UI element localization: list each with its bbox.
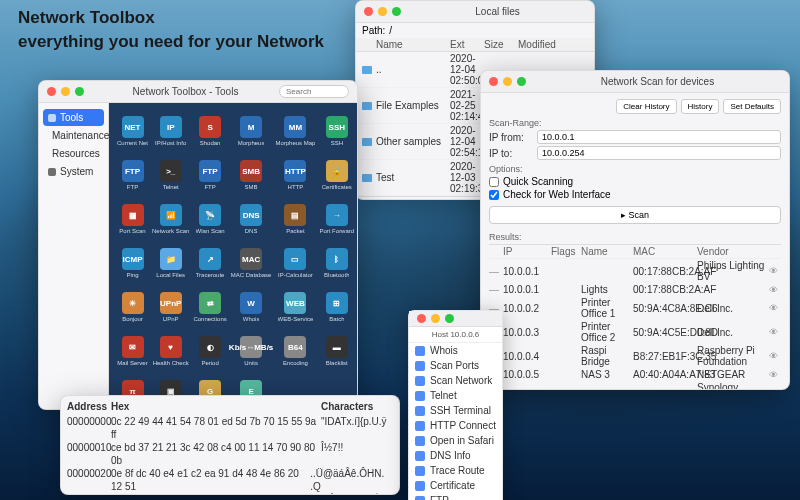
- sidebar-item-resources[interactable]: Resources: [43, 145, 104, 162]
- sidebar-icon: [48, 114, 56, 122]
- vendor-cell: Synology Incorporated: [697, 382, 769, 389]
- menu-item-ftp[interactable]: FTP: [409, 493, 502, 500]
- menu-item-whois[interactable]: Whois: [409, 343, 502, 358]
- quick-scan-checkbox[interactable]: [489, 177, 499, 187]
- minimize-icon[interactable]: [378, 7, 387, 16]
- tool-certificates[interactable]: 🔒Certificates: [319, 155, 354, 195]
- zoom-icon[interactable]: [445, 314, 454, 323]
- tool-mail-server[interactable]: ✉Mail Server: [117, 331, 148, 371]
- scan-result-row[interactable]: —10.0.0.100:17:88CB:2A:AFPhilips Lightin…: [489, 259, 781, 283]
- tool-traceroute[interactable]: ↗Traceroute: [193, 243, 226, 283]
- tool-ip-host-info[interactable]: IPIP/Host Info: [152, 111, 189, 151]
- tool-whois[interactable]: WWhois: [231, 287, 272, 327]
- menu-item-telnet[interactable]: Telnet: [409, 388, 502, 403]
- tool-period[interactable]: ◐Period: [193, 331, 226, 371]
- minimize-icon[interactable]: [431, 314, 440, 323]
- tool-current-net[interactable]: NETCurrent Net: [117, 111, 148, 151]
- tool-health-check[interactable]: ♥Health Check: [152, 331, 189, 371]
- scan-result-row[interactable]: —10.0.0.4Raspi BridgeB8:27:EB1F:3C:35Ras…: [489, 344, 781, 368]
- tool-http[interactable]: HTTPHTTP: [275, 155, 315, 195]
- tool-ping[interactable]: ICMPPing: [117, 243, 148, 283]
- tool-network-scan[interactable]: 📶Network Scan: [152, 199, 189, 239]
- scan-button[interactable]: ▸ Scan: [489, 206, 781, 224]
- tool-mac-database[interactable]: MACMAC Database: [231, 243, 272, 283]
- tool-units[interactable]: Kb/s↔MB/sUnits: [231, 331, 272, 371]
- hex-bytes: ce bd 37 21 21 3c 42 08 c4 00 11 14 70 9…: [111, 441, 321, 467]
- tool-ftp[interactable]: FTPFTP: [193, 155, 226, 195]
- zoom-icon[interactable]: [392, 7, 401, 16]
- row-toggle[interactable]: —: [489, 284, 503, 295]
- scan-result-row[interactable]: —10.0.0.6HSWNAS 100:11:32EA:81:09Synolog…: [489, 381, 781, 389]
- tool-label: FTP: [127, 184, 138, 190]
- close-icon[interactable]: [489, 77, 498, 86]
- minimize-icon[interactable]: [61, 87, 70, 96]
- tool-bluetooth[interactable]: ᛒBluetooth: [319, 243, 354, 283]
- tool-ip-calculator[interactable]: ▭IP-Calculator: [275, 243, 315, 283]
- ip-from-input[interactable]: [537, 130, 781, 144]
- close-icon[interactable]: [417, 314, 426, 323]
- zoom-icon[interactable]: [517, 77, 526, 86]
- tool-encoding[interactable]: B64Encoding: [275, 331, 315, 371]
- sidebar-item-maintenance[interactable]: Maintenance: [43, 127, 104, 144]
- tool-shodan[interactable]: SShodan: [193, 111, 226, 151]
- scan-result-row[interactable]: —10.0.0.1Lights00:17:88CB:2A:AF👁: [489, 283, 781, 296]
- tool-label: Traceroute: [196, 272, 225, 278]
- set-defaults-button[interactable]: Set Defaults: [723, 99, 781, 114]
- tool-morpheus-map[interactable]: MMMorpheus Map: [275, 111, 315, 151]
- menu-item-certificate[interactable]: Certificate: [409, 478, 502, 493]
- eye-icon[interactable]: 👁: [769, 327, 781, 337]
- tool-blacklist[interactable]: ▬Blacklist: [319, 331, 354, 371]
- menu-item-http-connect[interactable]: HTTP Connect: [409, 418, 502, 433]
- clear-history-button[interactable]: Clear History: [616, 99, 676, 114]
- row-toggle[interactable]: —: [489, 266, 503, 277]
- tool-telnet[interactable]: >_Telnet: [152, 155, 189, 195]
- tool-dns[interactable]: DNSDNS: [231, 199, 272, 239]
- tool-batch[interactable]: ⊞Batch: [319, 287, 354, 327]
- menu-item-scan-network[interactable]: Scan Network: [409, 373, 502, 388]
- search-input[interactable]: [279, 85, 349, 98]
- tool-port-scan[interactable]: ▦Port Scan: [117, 199, 148, 239]
- menu-item-trace-route[interactable]: Trace Route: [409, 463, 502, 478]
- zoom-icon[interactable]: [75, 87, 84, 96]
- tool-packet[interactable]: ▤Packet: [275, 199, 315, 239]
- tool-label: Connections: [193, 316, 226, 322]
- tool-label: Port Scan: [119, 228, 145, 234]
- scan-result-row[interactable]: —10.0.0.3Printer Office 250:9A:4C5E:D0:8…: [489, 320, 781, 344]
- tool-port-forward[interactable]: →Port Forward: [319, 199, 354, 239]
- tool-ftp[interactable]: FTPFTP: [117, 155, 148, 195]
- tool-label: FTP: [204, 184, 215, 190]
- tool-morpheus[interactable]: MMorpheus: [231, 111, 272, 151]
- tool-smb[interactable]: SMBSMB: [231, 155, 272, 195]
- window-title: Network Scan for devices: [534, 76, 781, 87]
- tool-ssh[interactable]: SSHSSH: [319, 111, 354, 151]
- tool-web-service[interactable]: WEBWEB-Service: [275, 287, 315, 327]
- minimize-icon[interactable]: [503, 77, 512, 86]
- ip-to-input[interactable]: [537, 146, 781, 160]
- sidebar-item-tools[interactable]: Tools: [43, 109, 104, 126]
- web-check-checkbox[interactable]: [489, 190, 499, 200]
- close-icon[interactable]: [47, 87, 56, 96]
- tool-upnp[interactable]: UPnPUPnP: [152, 287, 189, 327]
- history-button[interactable]: History: [681, 99, 720, 114]
- menu-item-open-in-safari[interactable]: Open in Safari: [409, 433, 502, 448]
- tool-label: SSH: [331, 140, 343, 146]
- close-icon[interactable]: [364, 7, 373, 16]
- eye-icon[interactable]: 👁: [769, 303, 781, 313]
- menu-item-dns-info[interactable]: DNS Info: [409, 448, 502, 463]
- scan-result-row[interactable]: —10.0.0.5NAS 3A0:40:A04A:A7:83NETGEAR👁: [489, 368, 781, 381]
- tool-bonjour[interactable]: ☀Bonjour: [117, 287, 148, 327]
- vendor-cell: Philips Lighting BV: [697, 260, 769, 282]
- menu-item-ssh-terminal[interactable]: SSH Terminal: [409, 403, 502, 418]
- tool-wlan-scan[interactable]: 📡Wlan Scan: [193, 199, 226, 239]
- eye-icon[interactable]: 👁: [769, 388, 781, 389]
- eye-icon[interactable]: 👁: [769, 351, 781, 361]
- tool-local-files[interactable]: 📁Local Files: [152, 243, 189, 283]
- tool-connections[interactable]: ⇄Connections: [193, 287, 226, 327]
- menu-item-scan-ports[interactable]: Scan Ports: [409, 358, 502, 373]
- eye-icon[interactable]: 👁: [769, 370, 781, 380]
- tool-icon: Kb/s↔MB/s: [240, 336, 262, 358]
- eye-icon[interactable]: 👁: [769, 285, 781, 295]
- sidebar-item-system[interactable]: System: [43, 163, 104, 180]
- eye-icon[interactable]: 👁: [769, 266, 781, 276]
- scan-result-row[interactable]: —10.0.0.2Printer Office 150:9A:4C8A:8E:C…: [489, 296, 781, 320]
